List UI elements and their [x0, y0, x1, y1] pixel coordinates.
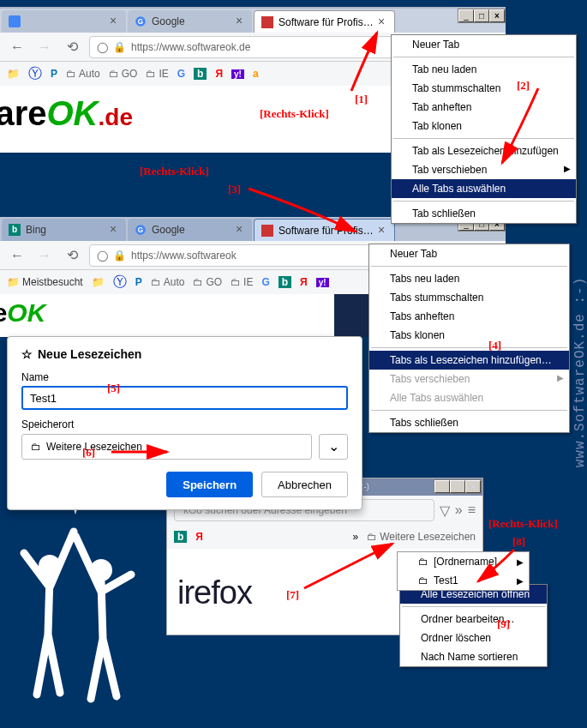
- folder-icon: 🗀: [418, 556, 428, 568]
- close-button[interactable]: ×: [489, 9, 505, 22]
- bookmark-folder-auto[interactable]: 🗀 Auto: [66, 68, 100, 80]
- bookmark-item[interactable]: P: [135, 276, 142, 288]
- close-icon[interactable]: ×: [375, 16, 387, 28]
- menu-tab-lesezeichen[interactable]: Tab als Lesezeichen hinzufügen: [392, 141, 576, 160]
- shield-icon: ◯: [97, 250, 108, 262]
- bookmark-item[interactable]: G: [261, 276, 269, 288]
- expand-button[interactable]: ⌄: [319, 434, 348, 460]
- bookmark-item[interactable]: y!: [231, 69, 244, 79]
- logo-text: tware: [0, 94, 47, 132]
- close-button[interactable]: ×: [465, 480, 481, 493]
- lock-icon: 🔒: [113, 41, 126, 53]
- bookmark-item[interactable]: a: [253, 68, 259, 80]
- bookmark-item[interactable]: G: [177, 68, 185, 80]
- location-select[interactable]: 🗀Weitere Lesezeichen: [21, 434, 312, 460]
- menu-icon[interactable]: ≡: [468, 502, 476, 518]
- url-text: https://www.softwareok: [131, 250, 237, 262]
- star-icon: ☆: [21, 347, 33, 361]
- back-button[interactable]: ←: [7, 37, 27, 57]
- tab-softwareok[interactable]: Software für Profis und×: [254, 219, 395, 241]
- bookmark-item[interactable]: Я: [195, 531, 203, 543]
- minimize-button[interactable]: _: [434, 480, 450, 493]
- submenu-arrow-icon: ▶: [564, 164, 571, 173]
- bookmark-folder-go[interactable]: 🗀 GO: [109, 68, 138, 80]
- bookmark-item[interactable]: Я: [215, 68, 223, 80]
- menu-tabs-klonen[interactable]: Tabs klonen: [369, 326, 569, 345]
- maximize-button[interactable]: □: [450, 480, 465, 493]
- reload-button[interactable]: ⟲: [62, 37, 82, 57]
- tab-softwareok[interactable]: Software für Profis und×: [254, 10, 395, 33]
- menu-tab-verschieben[interactable]: Tab verschieben▶: [392, 160, 576, 179]
- menu-tab-stummschalten[interactable]: Tab stummschalten: [392, 79, 576, 98]
- window-controls: _ □ ×: [458, 9, 506, 23]
- tab-blank[interactable]: ×: [2, 10, 126, 33]
- menu-neuer-tab[interactable]: Neuer Tab: [369, 244, 569, 263]
- menu-tab-klonen[interactable]: Tab klonen: [392, 117, 576, 135]
- bookmark-item[interactable]: y!: [316, 278, 329, 287]
- location-label: Speicherort: [21, 418, 348, 430]
- menu-tabs-verschieben: Tabs verschieben▶: [369, 370, 569, 388]
- menu-neuer-tab[interactable]: Neuer Tab: [392, 35, 576, 54]
- menu-ordner-bearbeiten[interactable]: Ordner bearbeiten…: [400, 610, 547, 629]
- menu-alle-tabs-auswaehlen[interactable]: Alle Tabs auswählen: [392, 179, 576, 198]
- menu-nach-name-sortieren[interactable]: Nach Name sortieren: [400, 647, 547, 666]
- bookmark-item[interactable]: Ⓨ: [28, 65, 42, 83]
- tab-bing[interactable]: bBing×: [2, 219, 126, 241]
- firefox-logo: irefox: [177, 575, 252, 611]
- back-button[interactable]: ←: [7, 245, 27, 266]
- tab-context-menu-1: Neuer Tab Tab neu laden Tab stummschalte…: [391, 34, 577, 224]
- close-icon[interactable]: ×: [375, 225, 387, 237]
- watermark: www.SoftwareOK.de :-): [572, 276, 587, 467]
- bookmark-folder[interactable]: 🗀 IE: [231, 276, 253, 288]
- menu-alle-tabs-auswaehlen: Alle Tabs auswählen: [369, 388, 569, 407]
- close-icon[interactable]: ×: [233, 15, 245, 27]
- bookmark-item[interactable]: b: [194, 68, 207, 80]
- svg-text:G: G: [138, 226, 143, 234]
- tab-google[interactable]: GGoogle×: [128, 10, 252, 33]
- bookmark-item[interactable]: b: [174, 531, 187, 543]
- cancel-button[interactable]: Abbrechen: [261, 472, 348, 497]
- bookmark-folder[interactable]: 🗀 GO: [193, 276, 222, 288]
- bookmark-folder[interactable]: 🗀 Auto: [151, 276, 185, 288]
- pocket-icon[interactable]: ▽: [440, 502, 450, 519]
- overflow-icon[interactable]: »: [455, 502, 463, 518]
- bookmark-item[interactable]: P: [51, 68, 57, 80]
- bookmark-item[interactable]: Я: [300, 276, 308, 288]
- bookmark-folder-weitere[interactable]: 🗀 Weitere Lesezeichen: [367, 531, 476, 543]
- menu-tabs-neu-laden[interactable]: Tabs neu laden: [369, 269, 569, 288]
- minimize-button[interactable]: _: [458, 9, 474, 22]
- close-icon[interactable]: ×: [107, 15, 119, 27]
- anno-3: [3]: [228, 183, 241, 196]
- folder-icon: 🗀: [31, 441, 41, 453]
- reload-button[interactable]: ⟲: [62, 245, 82, 266]
- bookmark-item[interactable]: Ⓨ: [113, 274, 127, 292]
- bookmark-folder-ordnername[interactable]: 🗀[Ordnername]▶: [398, 552, 529, 571]
- overflow-icon[interactable]: »: [352, 531, 358, 543]
- menu-tab-schliessen[interactable]: Tab schließen: [392, 204, 576, 223]
- maximize-button[interactable]: □: [474, 9, 489, 22]
- bookmark-item[interactable]: b: [279, 276, 291, 288]
- menu-tabs-anheften[interactable]: Tabs anheften: [369, 307, 569, 326]
- forward-button[interactable]: →: [34, 37, 55, 57]
- menu-tabs-lesezeichen-hinzufuegen[interactable]: Tabs als Lesezeichen hinzufügen…: [369, 351, 569, 370]
- bookmark-folder-test1[interactable]: 🗀Test1▶: [398, 571, 529, 590]
- close-icon[interactable]: ×: [233, 224, 245, 236]
- shield-icon: ◯: [97, 41, 108, 53]
- save-button[interactable]: Speichern: [166, 472, 253, 497]
- tab-bar: × GGoogle× Software für Profis und×: [0, 9, 506, 33]
- bookmark-item[interactable]: 📁: [92, 276, 105, 288]
- menu-tab-anheften[interactable]: Tab anheften: [392, 98, 576, 117]
- menu-tabs-stummschalten[interactable]: Tabs stummschalten: [369, 288, 569, 307]
- forward-button[interactable]: →: [34, 245, 55, 266]
- tab-google[interactable]: GGoogle×: [128, 219, 252, 241]
- bookmark-meistbesucht[interactable]: 📁 Meistbesucht: [7, 276, 83, 288]
- menu-ordner-loeschen[interactable]: Ordner löschen: [400, 629, 547, 647]
- url-text: https://www.softwareok.de: [131, 41, 250, 53]
- menu-tabs-schliessen[interactable]: Tabs schließen: [369, 413, 569, 432]
- bookmark-item[interactable]: 📁: [7, 68, 20, 80]
- menu-tab-neu-laden[interactable]: Tab neu laden: [392, 60, 576, 79]
- lock-icon: 🔒: [113, 250, 126, 262]
- close-icon[interactable]: ×: [107, 224, 119, 236]
- bookmark-folder-ie[interactable]: 🗀 IE: [146, 68, 168, 80]
- bookmark-name-input[interactable]: [21, 386, 348, 410]
